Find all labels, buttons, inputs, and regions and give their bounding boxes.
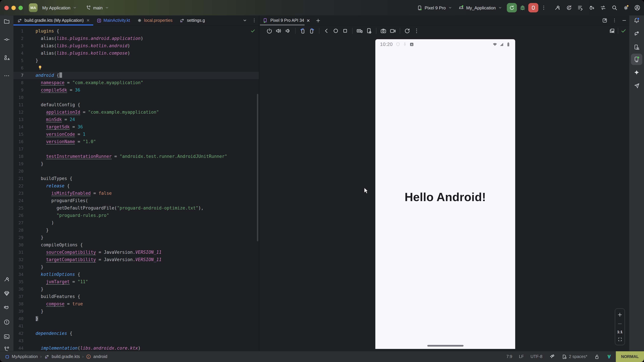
stop-button[interactable]: [528, 3, 538, 12]
code-line-42[interactable]: 42dependencies {: [14, 330, 259, 337]
code-line-28[interactable]: 28 }: [14, 227, 259, 234]
code-line-1[interactable]: 1plugins {: [14, 27, 259, 35]
file-encoding[interactable]: UTF-8: [530, 354, 542, 359]
search-icon[interactable]: [611, 4, 618, 11]
code-line-26[interactable]: 26 "proguard-rules.pro": [14, 212, 259, 219]
screen-record-icon[interactable]: [390, 27, 396, 34]
close-window-button[interactable]: [4, 5, 9, 10]
reset-icon[interactable]: [404, 27, 410, 34]
code-line-13[interactable]: 13 minSdk = 24: [14, 116, 259, 123]
device-tab[interactable]: Pixel 9 Pro API 34 ✕: [259, 15, 314, 25]
vim-mode-badge[interactable]: NORMAL: [616, 351, 644, 362]
code-line-35[interactable]: 35 jvmTarget = "11": [14, 278, 259, 286]
close-device-tab-icon[interactable]: ✕: [306, 18, 310, 23]
device-manager-tool-icon[interactable]: [631, 41, 642, 53]
code-line-21[interactable]: 21 buildTypes {: [14, 175, 259, 182]
editor-scrollbar[interactable]: [257, 94, 258, 241]
code-line-5[interactable]: 5}: [14, 57, 259, 64]
code-line-31[interactable]: 31 sourceCompatibility = JavaVersion.VER…: [14, 249, 259, 256]
profile-icon[interactable]: [634, 4, 641, 11]
line-ending[interactable]: LF: [519, 354, 524, 359]
running-devices-tool-icon[interactable]: [631, 54, 642, 65]
tab-options-icon[interactable]: [612, 18, 617, 23]
code-line-6[interactable]: 6: [14, 64, 259, 72]
code-line-18[interactable]: 18 testInstrumentationRunner = "androidx…: [14, 153, 259, 160]
apply-changes-icon[interactable]: A: [566, 4, 572, 11]
volume-down-icon[interactable]: [285, 27, 292, 34]
code-line-20[interactable]: 20: [14, 168, 259, 175]
zoom-window-button[interactable]: [18, 5, 23, 10]
rotate-right-icon[interactable]: [308, 27, 315, 34]
lock-open-icon[interactable]: [594, 354, 600, 360]
editor-tab-build.gradle.kts[interactable]: build.gradle.kts (My Application)✕: [14, 15, 93, 25]
caret-position[interactable]: 7:9: [506, 354, 512, 359]
editor-tab-local.properties[interactable]: local.properties: [133, 15, 176, 25]
minimize-icon[interactable]: [621, 17, 627, 23]
open-window-icon[interactable]: [602, 17, 608, 23]
code-line-17[interactable]: 17: [14, 145, 259, 153]
code-line-38[interactable]: 38 compose = true: [14, 300, 259, 308]
editor-tab-mainactivity.kt[interactable]: MainActivity.kt: [93, 15, 133, 25]
volume-up-icon[interactable]: [276, 27, 282, 34]
ai-assistant-off-icon[interactable]: [549, 354, 555, 360]
hardware-input-icon[interactable]: [356, 27, 363, 34]
device-selector[interactable]: Pixel 9 Pro: [417, 5, 452, 10]
build-hammer-tool-icon[interactable]: [1, 274, 12, 285]
code-line-36[interactable]: 36 }: [14, 286, 259, 293]
code-line-44[interactable]: 44 implementation(libs.androidx.core.ktx…: [14, 345, 259, 351]
rotate-left-icon[interactable]: [299, 27, 306, 34]
code-line-16[interactable]: 16 versionName = "1.0": [14, 138, 259, 145]
code-line-37[interactable]: 37 buildFeatures {: [14, 293, 259, 300]
code-line-39[interactable]: 39 }: [14, 308, 259, 315]
overview-icon[interactable]: [342, 27, 348, 34]
more-vert-icon[interactable]: [541, 5, 547, 11]
branch-selector[interactable]: main: [86, 5, 109, 10]
profiler-icon[interactable]: [577, 4, 584, 11]
notifications-tool-icon[interactable]: [631, 15, 642, 26]
zoom-in-icon[interactable]: [617, 312, 623, 318]
code-line-15[interactable]: 15 versionCode = 1: [14, 131, 259, 138]
logcat-tool-icon[interactable]: [1, 302, 12, 313]
code-line-25[interactable]: 25 getDefaultProguardFile("proguard-andr…: [14, 204, 259, 212]
code-line-22[interactable]: 22 release {: [14, 182, 259, 190]
emulator-screen[interactable]: 10:20 A Hello Android!: [375, 39, 515, 349]
bulb-icon[interactable]: [38, 65, 42, 70]
code-line-34[interactable]: 34 kotlinOptions {: [14, 271, 259, 278]
code-editor[interactable]: 1plugins {2 alias(libs.plugins.android.a…: [14, 25, 259, 351]
run-configuration-selector[interactable]: My_Application: [458, 5, 502, 11]
code-line-4[interactable]: 4 alias(libs.plugins.kotlin.compose): [14, 50, 259, 57]
code-line-32[interactable]: 32 targetCompatibility = JavaVersion.VER…: [14, 256, 259, 264]
hidden-tabs-chevron-icon[interactable]: [242, 18, 248, 23]
code-line-8[interactable]: 8 namespace = "com.example.myapplication…: [14, 79, 259, 86]
code-line-30[interactable]: 30 compileOptions {: [14, 241, 259, 249]
more-icon[interactable]: [413, 27, 420, 34]
editor-tab-settings.g[interactable]: settings.g: [176, 15, 208, 25]
gemini-tool-icon[interactable]: [631, 67, 642, 78]
code-line-41[interactable]: 41: [14, 323, 259, 330]
home-indicator[interactable]: [427, 345, 464, 347]
code-line-29[interactable]: 29 }: [14, 234, 259, 241]
code-line-9[interactable]: 9 compileSdk = 36: [14, 86, 259, 94]
power-icon[interactable]: [266, 27, 273, 34]
tab-options-icon[interactable]: [252, 18, 257, 23]
commit-tool-icon[interactable]: [1, 34, 12, 45]
assistant-plane-tool-icon[interactable]: [631, 80, 642, 91]
code-line-23[interactable]: 23 isMinifyEnabled = false: [14, 190, 259, 197]
code-line-19[interactable]: 19 }: [14, 160, 259, 168]
code-line-27[interactable]: 27 ): [14, 219, 259, 227]
code-line-14[interactable]: 14 targetSdk = 36: [14, 123, 259, 131]
fit-screen-icon[interactable]: [617, 337, 622, 342]
code-line-7[interactable]: 7android {: [14, 72, 259, 79]
app-quality-tool-icon[interactable]: [1, 288, 12, 299]
zoom-ratio-button[interactable]: 1:1: [617, 330, 622, 334]
vim-icon[interactable]: [606, 354, 612, 359]
back-icon[interactable]: [323, 27, 330, 34]
gradle-tool-tool-icon[interactable]: [631, 28, 642, 39]
home-icon[interactable]: [332, 27, 339, 34]
sync-icon[interactable]: [600, 4, 606, 11]
code-line-10[interactable]: 10: [14, 94, 259, 101]
code-line-43[interactable]: 43: [14, 337, 259, 345]
check-icon[interactable]: [620, 28, 626, 34]
code-line-2[interactable]: 2 alias(libs.plugins.android.application…: [14, 35, 259, 42]
close-tab-icon[interactable]: ✕: [86, 18, 90, 23]
